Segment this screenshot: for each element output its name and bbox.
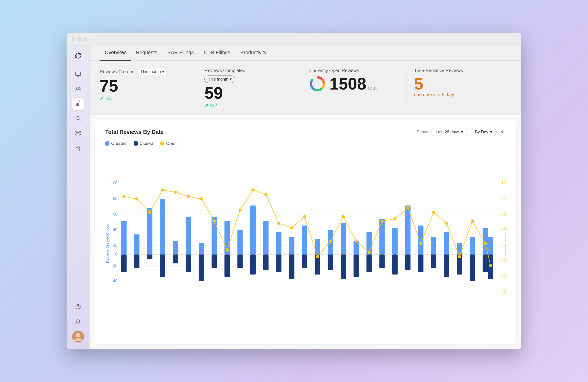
svg-rect-109	[431, 254, 436, 268]
stat-time-sensitive: Time-Sensitive Reviews 5 due date is < 5…	[407, 68, 511, 108]
tab-ctr-filings[interactable]: CTR Filings	[199, 45, 235, 60]
svg-rect-60	[121, 221, 126, 254]
svg-rect-100	[379, 219, 385, 254]
open-reviews-numbers: 1508 total	[330, 76, 378, 92]
tab-sar-filings[interactable]: SAR Filings	[162, 45, 199, 60]
sidebar-item-search[interactable]	[72, 113, 84, 124]
svg-point-123	[161, 188, 164, 192]
svg-rect-107	[418, 254, 423, 272]
svg-point-22	[78, 308, 78, 308]
svg-rect-82	[263, 221, 269, 254]
svg-rect-6	[76, 104, 77, 106]
time-sensitive-value: 5	[414, 76, 504, 92]
svg-point-15	[76, 134, 77, 135]
svg-point-125	[187, 195, 190, 198]
chart-download-button[interactable]	[500, 128, 506, 136]
svg-rect-86	[289, 237, 294, 255]
svg-rect-103	[392, 254, 398, 274]
chevron-down-icon: ▾	[461, 129, 463, 135]
chart-legend: Created Closed Open	[105, 141, 506, 146]
svg-point-148	[484, 242, 487, 245]
svg-rect-102	[392, 228, 398, 254]
svg-rect-7	[77, 103, 78, 106]
svg-text:20: 20	[113, 263, 118, 268]
traffic-light-maximize[interactable]	[84, 37, 87, 41]
svg-rect-62	[134, 234, 139, 254]
svg-point-133	[290, 226, 293, 229]
svg-text:900: 900	[502, 196, 506, 201]
svg-point-120	[123, 195, 126, 198]
svg-rect-1	[76, 72, 81, 76]
svg-rect-95	[341, 254, 346, 279]
reviews-completed-filter[interactable]: This month ▾	[204, 76, 235, 83]
tab-productivity[interactable]: Productivity	[235, 45, 272, 60]
user-avatar[interactable]	[72, 331, 84, 342]
main-content: Overview Requests SAR Filings CTR Filing…	[90, 45, 521, 349]
svg-rect-68	[173, 241, 178, 254]
svg-rect-94	[341, 223, 346, 255]
svg-rect-101	[379, 254, 385, 268]
chart-period-filter[interactable]: Last 28 days ▾	[431, 128, 467, 136]
svg-rect-78	[237, 230, 243, 255]
svg-point-142	[406, 206, 410, 209]
svg-rect-80	[250, 205, 256, 254]
reviews-created-filter[interactable]: This month ▾	[137, 68, 168, 75]
svg-point-132	[277, 222, 280, 225]
svg-point-144	[432, 211, 435, 214]
tab-overview[interactable]: Overview	[100, 45, 131, 60]
svg-rect-105	[405, 254, 410, 270]
svg-text:0: 0	[115, 252, 118, 256]
svg-point-127	[213, 220, 216, 223]
svg-point-128	[226, 248, 229, 252]
chart-granularity-filter[interactable]: By Day ▾	[471, 128, 497, 136]
svg-point-146	[458, 255, 461, 258]
svg-text:Reviews Created/Closed: Reviews Created/Closed	[106, 224, 109, 263]
sidebar	[67, 45, 90, 349]
svg-point-139	[368, 251, 371, 254]
svg-point-138	[355, 240, 358, 243]
svg-rect-88	[302, 225, 307, 254]
svg-rect-66	[160, 199, 165, 254]
reviews-completed-label: Reviews Completed	[204, 68, 294, 73]
open-reviews-donut	[309, 76, 325, 92]
svg-rect-64	[147, 208, 152, 254]
sidebar-item-analytics[interactable]	[72, 98, 84, 110]
open-reviews-value: 1508	[330, 76, 366, 92]
svg-rect-97	[354, 254, 359, 277]
sidebar-item-help[interactable]	[73, 301, 84, 312]
svg-point-141	[394, 217, 397, 221]
svg-rect-96	[354, 241, 359, 254]
legend-open-label: Open	[166, 141, 177, 146]
svg-rect-65	[147, 254, 152, 259]
svg-rect-112	[457, 243, 462, 254]
tab-requests[interactable]: Requests	[131, 45, 162, 60]
svg-text:100: 100	[111, 181, 117, 185]
sidebar-bottom	[72, 301, 84, 345]
chevron-down-icon: ▾	[230, 77, 232, 82]
sidebar-item-notifications[interactable]	[73, 316, 84, 327]
svg-point-131	[264, 193, 268, 196]
sidebar-item-ai[interactable]	[72, 142, 84, 154]
chart-show-label: Show:	[417, 130, 428, 135]
sidebar-navigation	[72, 68, 84, 301]
sidebar-item-users[interactable]	[72, 83, 84, 95]
legend-created-dot	[105, 141, 109, 145]
sidebar-item-monitor[interactable]	[72, 68, 84, 80]
traffic-light-minimize[interactable]	[78, 37, 81, 41]
traffic-light-close[interactable]	[72, 37, 75, 41]
svg-rect-85	[276, 254, 281, 272]
svg-text:1000: 1000	[502, 181, 506, 185]
titlebar	[67, 33, 521, 45]
svg-rect-61	[121, 254, 126, 272]
svg-rect-110	[444, 232, 449, 255]
svg-rect-83	[263, 254, 269, 270]
svg-rect-8	[79, 102, 80, 106]
svg-line-17	[77, 132, 77, 133]
svg-rect-72	[199, 243, 204, 254]
svg-text:40: 40	[113, 227, 118, 232]
svg-point-130	[252, 188, 255, 192]
svg-point-136	[329, 240, 332, 243]
chevron-down-icon: ▾	[162, 69, 164, 74]
svg-rect-106	[418, 225, 423, 254]
sidebar-item-integrations[interactable]	[72, 127, 84, 139]
